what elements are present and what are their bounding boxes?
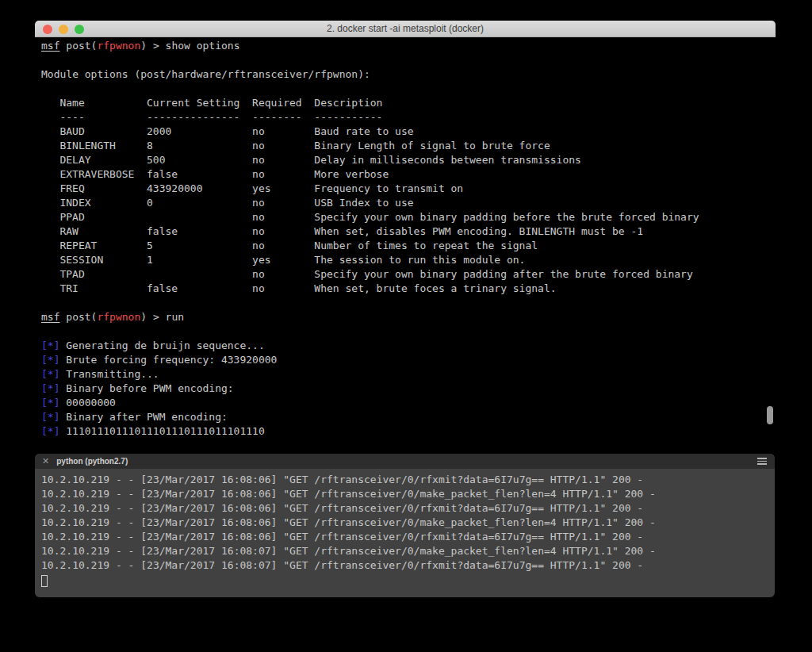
option-required: no bbox=[252, 196, 314, 210]
status-marker: [*] bbox=[41, 354, 59, 366]
status-line: [*]Generating de bruijn sequence... bbox=[41, 339, 776, 353]
status-text: Generating de bruijn sequence... bbox=[66, 339, 264, 351]
prompt-module-name: rfpwnon bbox=[97, 311, 140, 323]
header-name: Name bbox=[59, 96, 147, 110]
status-marker: [*] bbox=[41, 368, 59, 380]
option-name: EXTRAVERBOSE bbox=[59, 167, 147, 182]
option-current-setting bbox=[147, 267, 252, 282]
prompt-line-run: msf post(rfpwnon) > run bbox=[41, 310, 776, 324]
header-required: Required bbox=[252, 96, 314, 110]
option-name: SESSION bbox=[59, 253, 147, 267]
python-panel-header[interactable]: ✕ python (python2.7) bbox=[35, 454, 775, 469]
header-current-setting: Current Setting bbox=[147, 96, 252, 110]
log-line: 10.2.10.219 - - [23/Mar/2017 16:08:07] "… bbox=[41, 558, 775, 573]
table-row: INDEX 0 no USB Index to use bbox=[41, 196, 776, 210]
log-line: 10.2.10.219 - - [23/Mar/2017 16:08:06] "… bbox=[41, 473, 775, 487]
divider-dashes: ----------- bbox=[314, 110, 776, 125]
status-text: Brute forcing frequency: 433920000 bbox=[66, 354, 277, 366]
option-description: When set, disables PWM encoding. BINLENG… bbox=[314, 224, 776, 239]
option-current-setting: 8 bbox=[147, 139, 252, 153]
status-text: 00000000 bbox=[66, 397, 116, 408]
prompt-text: ) > bbox=[140, 311, 165, 323]
option-required: no bbox=[252, 239, 314, 253]
option-current-setting: false bbox=[147, 282, 252, 296]
option-required: no bbox=[252, 125, 314, 139]
table-row: SESSION 1 yes The session to run this mo… bbox=[41, 253, 776, 267]
options-table-divider: ---- --------------- -------- ----------… bbox=[41, 110, 776, 125]
option-description: USB Index to use bbox=[314, 196, 776, 210]
option-name: BAUD bbox=[59, 125, 147, 139]
status-output: [*]Generating de bruijn sequence... [*]B… bbox=[41, 339, 776, 439]
msf-prompt-label: msf bbox=[41, 40, 59, 52]
status-marker: [*] bbox=[41, 382, 59, 394]
option-required: no bbox=[252, 153, 314, 167]
cursor-line bbox=[41, 573, 775, 587]
status-line: [*]00000000 bbox=[41, 396, 776, 410]
command-run: run bbox=[166, 311, 184, 323]
option-current-setting: 0 bbox=[147, 196, 252, 210]
python-log-panel: ✕ python (python2.7) 10.2.10.219 - - [23… bbox=[35, 454, 775, 597]
menu-icon[interactable] bbox=[757, 458, 767, 465]
table-row: EXTRAVERBOSE false no More verbose bbox=[41, 167, 776, 182]
log-line: 10.2.10.219 - - [23/Mar/2017 16:08:07] "… bbox=[41, 544, 775, 558]
options-table-body: BAUD 2000 no Baud rate to use BINLENGTH … bbox=[41, 125, 776, 296]
divider-dashes: --------------- bbox=[147, 110, 252, 125]
blank-line bbox=[41, 53, 776, 67]
option-description: Number of times to repeat the signal bbox=[314, 239, 776, 253]
terminal-cursor bbox=[41, 575, 48, 587]
option-required: no bbox=[252, 167, 314, 182]
minimize-window-icon[interactable] bbox=[59, 25, 68, 34]
option-name: INDEX bbox=[59, 196, 147, 210]
option-description: When set, brute foces a trinary signal. bbox=[314, 282, 776, 296]
option-current-setting: 500 bbox=[147, 153, 252, 167]
option-name: PPAD bbox=[59, 210, 147, 224]
log-line: 10.2.10.219 - - [23/Mar/2017 16:08:06] "… bbox=[41, 501, 775, 516]
option-description: Specify your own binary padding after th… bbox=[314, 267, 776, 282]
log-lines: 10.2.10.219 - - [23/Mar/2017 16:08:06] "… bbox=[41, 473, 775, 573]
python-panel-title: python (python2.7) bbox=[56, 457, 128, 466]
close-window-icon[interactable] bbox=[43, 25, 52, 34]
option-current-setting: 1 bbox=[147, 253, 252, 267]
option-required: no bbox=[252, 267, 314, 282]
option-name: BINLENGTH bbox=[59, 139, 147, 153]
option-description: Binary Length of signal to brute force bbox=[314, 139, 776, 153]
option-description: Frequency to transmit on bbox=[314, 182, 776, 196]
option-description: Specify your own binary padding before t… bbox=[314, 210, 776, 224]
status-line: [*]Binary before PWM encoding: bbox=[41, 382, 776, 396]
window-title: 2. docker start -ai metasploit (docker) bbox=[327, 23, 484, 34]
window-titlebar[interactable]: 2. docker start -ai metasploit (docker) bbox=[35, 21, 776, 37]
status-marker: [*] bbox=[41, 339, 59, 351]
zoom-window-icon[interactable] bbox=[75, 25, 84, 34]
status-marker: [*] bbox=[41, 411, 59, 423]
option-current-setting: 5 bbox=[147, 239, 252, 253]
python-log-output: 10.2.10.219 - - [23/Mar/2017 16:08:06] "… bbox=[35, 469, 775, 587]
option-name: TRI bbox=[59, 282, 147, 296]
traffic-lights bbox=[43, 21, 84, 37]
status-text: Transmitting... bbox=[66, 368, 159, 380]
prompt-module-name: rfpwnon bbox=[97, 40, 140, 52]
prompt-text: ) > bbox=[140, 40, 165, 52]
table-row: REPEAT 5 no Number of times to repeat th… bbox=[41, 239, 776, 253]
table-row: DELAY 500 no Delay in milliseconds betwe… bbox=[41, 153, 776, 167]
module-options-heading: Module options (post/hardware/rftranscei… bbox=[41, 67, 776, 82]
command-show-options: show options bbox=[166, 40, 240, 52]
log-line: 10.2.10.219 - - [23/Mar/2017 16:08:06] "… bbox=[41, 487, 775, 501]
log-line: 10.2.10.219 - - [23/Mar/2017 16:08:06] "… bbox=[41, 530, 775, 544]
blank-line bbox=[41, 296, 776, 310]
blank-line bbox=[41, 324, 776, 339]
table-row: FREQ 433920000 yes Frequency to transmit… bbox=[41, 182, 776, 196]
option-description: Baud rate to use bbox=[314, 125, 776, 139]
msf-prompt-label: msf bbox=[41, 311, 59, 323]
option-required: yes bbox=[252, 253, 314, 267]
close-panel-icon[interactable]: ✕ bbox=[42, 456, 49, 466]
table-row: BAUD 2000 no Baud rate to use bbox=[41, 125, 776, 139]
status-marker: [*] bbox=[41, 397, 59, 408]
scrollbar-thumb[interactable] bbox=[767, 406, 773, 424]
option-name: FREQ bbox=[59, 182, 147, 196]
options-table-header: Name Current Setting Required Descriptio… bbox=[41, 96, 776, 110]
option-current-setting: 2000 bbox=[147, 125, 252, 139]
table-row: BINLENGTH 8 no Binary Length of signal t… bbox=[41, 139, 776, 153]
option-description: Delay in milliseconds between transmissi… bbox=[314, 153, 776, 167]
option-current-setting: 433920000 bbox=[147, 182, 252, 196]
option-required: no bbox=[252, 210, 314, 224]
